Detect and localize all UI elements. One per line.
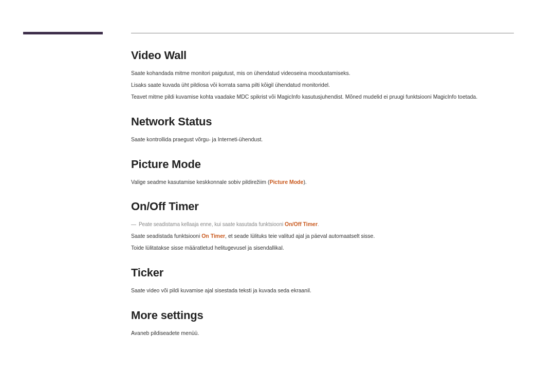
section-network-status: Network Status Saate kontrollida praegus… xyxy=(131,115,514,144)
heading-network-status: Network Status xyxy=(131,115,514,128)
heading-on-off-timer: On/Off Timer xyxy=(131,200,514,213)
text: , et seade lülituks teie valitud ajal ja… xyxy=(225,233,375,239)
section-on-off-timer: On/Off Timer ― Peate seadistama kellaaja… xyxy=(131,200,514,253)
paragraph: Valige seadme kasutamise keskkonnale sob… xyxy=(131,177,514,187)
section-ticker: Ticker Saate video või pildi kuvamise aj… xyxy=(131,266,514,295)
highlight-text: On/Off Timer xyxy=(285,221,318,227)
paragraph: Avaneb pildiseadete menüü. xyxy=(131,328,514,338)
highlight-text: Picture Mode xyxy=(269,179,303,185)
paragraph: Teavet mitme pildi kuvamise kohta vaadak… xyxy=(131,92,514,102)
paragraph: Lisaks saate kuvada üht pildiosa või kor… xyxy=(131,80,514,90)
paragraph: Saate kontrollida praegust võrgu- ja Int… xyxy=(131,135,514,144)
paragraph: Saate video või pildi kuvamise ajal sise… xyxy=(131,286,514,295)
highlight-text: On Timer xyxy=(201,233,225,239)
heading-more-settings: More settings xyxy=(131,309,514,322)
heading-ticker: Ticker xyxy=(131,266,514,279)
note-paragraph: ― Peate seadistama kellaaja enne, kui sa… xyxy=(131,219,514,229)
main-content: Video Wall Saate kohandada mitme monitor… xyxy=(131,49,514,351)
accent-bar xyxy=(23,32,103,34)
note-dash-icon: ― xyxy=(131,221,136,227)
section-video-wall: Video Wall Saate kohandada mitme monitor… xyxy=(131,49,514,102)
heading-picture-mode: Picture Mode xyxy=(131,158,514,171)
note-text: Peate seadistama kellaaja enne, kui saat… xyxy=(139,221,285,227)
note-text: . xyxy=(318,221,319,227)
paragraph: Saate kohandada mitme monitori paigutust… xyxy=(131,68,514,78)
header-divider xyxy=(131,33,514,33)
text: Saate seadistada funktsiooni xyxy=(131,233,201,239)
section-more-settings: More settings Avaneb pildiseadete menüü. xyxy=(131,309,514,338)
paragraph: Toide lülitatakse sisse määratletud heli… xyxy=(131,243,514,253)
text: Valige seadme kasutamise keskkonnale sob… xyxy=(131,179,269,185)
heading-video-wall: Video Wall xyxy=(131,49,514,62)
text: ). xyxy=(303,179,306,185)
paragraph: Saate seadistada funktsiooni On Timer, e… xyxy=(131,231,514,241)
section-picture-mode: Picture Mode Valige seadme kasutamise ke… xyxy=(131,158,514,187)
